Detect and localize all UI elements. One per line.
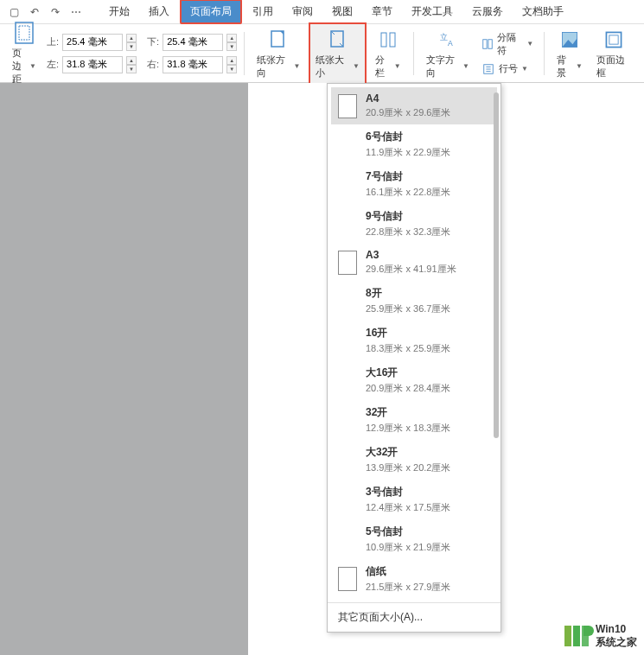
paper-name: 5号信封 bbox=[366, 525, 490, 539]
paper-dimensions: 25.9厘米 x 36.7厘米 bbox=[366, 302, 490, 315]
paper-size-item[interactable]: 8开25.9厘米 x 36.7厘米 bbox=[331, 281, 497, 321]
paper-info: 5号信封10.9厘米 x 21.9厘米 bbox=[366, 525, 490, 554]
spin-up-icon[interactable]: ▲ bbox=[126, 34, 137, 42]
menu-tab-9[interactable]: 文档助手 bbox=[513, 1, 572, 22]
separator-lineno-group: 分隔符▼ 行号▼ bbox=[478, 29, 537, 78]
paper-size-item[interactable]: 大32开13.9厘米 x 20.2厘米 bbox=[331, 440, 497, 480]
line-number-label: 行号 bbox=[499, 62, 518, 75]
page-border-button[interactable]: 页面边框 bbox=[591, 24, 637, 83]
paper-size-item[interactable]: A329.6厘米 x 41.91厘米 bbox=[331, 244, 497, 281]
paper-size-item[interactable]: 5号信封10.9厘米 x 21.9厘米 bbox=[331, 519, 497, 559]
svg-text:A: A bbox=[448, 38, 453, 47]
text-direction-button[interactable]: 立A 文字方向▼ bbox=[421, 24, 475, 83]
paper-size-item[interactable]: 16开18.3厘米 x 25.9厘米 bbox=[331, 321, 497, 360]
paper-name: 6号信封 bbox=[366, 130, 490, 144]
paper-dimensions: 12.9厘米 x 18.3厘米 bbox=[366, 422, 490, 435]
page-margin-group: 页边距▼ 上: ▲▼ 下: ▲▼ 左: ▲▼ 右: ▲▼ bbox=[7, 17, 237, 89]
svg-rect-4 bbox=[381, 33, 386, 47]
background-button[interactable]: 背景▼ bbox=[552, 24, 588, 83]
spin-down-icon[interactable]: ▼ bbox=[126, 42, 137, 51]
menu-tab-7[interactable]: 开发工具 bbox=[403, 1, 462, 22]
paper-size-label: 纸张大小 bbox=[316, 54, 350, 79]
paper-dimensions: 13.9厘米 x 20.2厘米 bbox=[366, 461, 490, 474]
margin-top-label: 上: bbox=[47, 35, 59, 48]
paper-size-dropdown: A420.9厘米 x 29.6厘米6号信封11.9厘米 x 22.9厘米7号信封… bbox=[327, 83, 501, 633]
background-label: 背景 bbox=[557, 54, 574, 79]
chevron-down-icon: ▼ bbox=[576, 62, 583, 70]
menu-tab-5[interactable]: 视图 bbox=[323, 1, 361, 22]
paper-icon bbox=[338, 527, 357, 551]
paper-icon bbox=[338, 448, 357, 472]
paper-name: 7号信封 bbox=[366, 169, 490, 184]
svg-rect-16 bbox=[609, 35, 618, 43]
columns-button[interactable]: 分栏▼ bbox=[370, 24, 406, 83]
paper-info: 6号信封11.9厘米 x 22.9厘米 bbox=[366, 130, 490, 159]
paper-size-item[interactable]: 信纸21.5厘米 x 27.9厘米 bbox=[331, 559, 497, 599]
separator bbox=[544, 32, 545, 75]
paper-icon bbox=[338, 132, 357, 156]
paper-name: 16开 bbox=[366, 326, 490, 340]
paper-size-item[interactable]: 9号信封22.8厘米 x 32.3厘米 bbox=[331, 204, 497, 244]
chevron-down-icon: ▼ bbox=[294, 62, 301, 70]
paper-icon bbox=[338, 328, 357, 353]
separator-button[interactable]: 分隔符▼ bbox=[478, 29, 537, 59]
orientation-icon bbox=[266, 28, 290, 52]
paper-size-icon bbox=[326, 28, 350, 52]
separator bbox=[244, 32, 245, 75]
paper-size-item[interactable]: 7号信封16.1厘米 x 22.8厘米 bbox=[331, 164, 497, 204]
spin-down-icon[interactable]: ▼ bbox=[226, 65, 237, 73]
paper-info: 信纸21.5厘米 x 27.9厘米 bbox=[366, 564, 490, 594]
paper-size-item[interactable]: 大16开20.9厘米 x 28.4厘米 bbox=[331, 360, 497, 400]
paper-dimensions: 29.6厘米 x 41.91厘米 bbox=[366, 263, 490, 276]
spin-up-icon[interactable]: ▲ bbox=[226, 34, 237, 42]
margin-bottom-input[interactable] bbox=[163, 34, 223, 51]
svg-rect-1 bbox=[19, 26, 29, 40]
page-border-icon bbox=[602, 28, 626, 52]
page-margin-button[interactable]: 页边距▼ bbox=[7, 17, 41, 89]
watermark: Win10 系统之家 bbox=[564, 623, 637, 648]
paper-info: 3号信封12.4厘米 x 17.5厘米 bbox=[366, 485, 490, 514]
watermark-line1: Win10 bbox=[596, 623, 637, 635]
spin-up-icon[interactable]: ▲ bbox=[226, 56, 237, 65]
paper-size-button[interactable]: 纸张大小▼ bbox=[309, 22, 366, 85]
menu-tab-3[interactable]: 引用 bbox=[244, 1, 282, 22]
spin-down-icon[interactable]: ▼ bbox=[226, 42, 237, 51]
chevron-down-icon: ▼ bbox=[29, 62, 36, 70]
line-number-button[interactable]: 行号▼ bbox=[478, 60, 537, 78]
paper-dimensions: 11.9厘米 x 22.9厘米 bbox=[366, 146, 490, 159]
menu-tab-8[interactable]: 云服务 bbox=[463, 1, 512, 22]
orientation-button[interactable]: 纸张方向▼ bbox=[252, 24, 305, 83]
menu-tab-6[interactable]: 章节 bbox=[363, 1, 401, 22]
paper-name: 大16开 bbox=[366, 366, 490, 380]
svg-rect-8 bbox=[483, 39, 487, 48]
menu-tab-4[interactable]: 审阅 bbox=[284, 1, 322, 22]
svg-rect-2 bbox=[271, 31, 284, 47]
page-margin-label: 页边距 bbox=[12, 47, 28, 86]
margin-top-input[interactable] bbox=[62, 34, 123, 51]
margin-left-input[interactable] bbox=[62, 56, 123, 73]
ribbon-toolbar: 页边距▼ 上: ▲▼ 下: ▲▼ 左: ▲▼ 右: ▲▼ bbox=[0, 24, 644, 83]
paper-size-item[interactable]: A420.9厘米 x 29.6厘米 bbox=[331, 87, 497, 124]
paper-info: 8开25.9厘米 x 36.7厘米 bbox=[366, 286, 490, 315]
paper-name: 信纸 bbox=[366, 564, 490, 579]
text-direction-label: 文字方向 bbox=[426, 54, 461, 79]
paper-size-item[interactable]: 6号信封11.9厘米 x 22.9厘米 bbox=[331, 124, 497, 164]
paper-dimensions: 20.9厘米 x 28.4厘米 bbox=[366, 382, 490, 395]
paper-icon bbox=[338, 408, 357, 432]
scrollbar[interactable] bbox=[494, 92, 499, 438]
spin-down-icon[interactable]: ▼ bbox=[126, 65, 137, 73]
margin-values: 上: ▲▼ 下: ▲▼ 左: ▲▼ 右: ▲▼ bbox=[47, 34, 237, 73]
paper-size-item[interactable]: 3号信封12.4厘米 x 17.5厘米 bbox=[331, 480, 497, 519]
other-page-sizes-button[interactable]: 其它页面大小(A)... bbox=[328, 602, 501, 632]
columns-label: 分栏 bbox=[375, 54, 392, 79]
paper-icon bbox=[338, 567, 357, 591]
margin-right-input[interactable] bbox=[163, 56, 223, 73]
document-area bbox=[0, 83, 644, 655]
page-margin-icon bbox=[12, 21, 36, 45]
separator-label: 分隔符 bbox=[497, 31, 523, 57]
paper-name: A3 bbox=[366, 249, 490, 261]
spin-up-icon[interactable]: ▲ bbox=[126, 56, 137, 65]
paper-size-item[interactable]: 32开12.9厘米 x 18.3厘米 bbox=[331, 400, 497, 440]
paper-dimensions: 18.3厘米 x 25.9厘米 bbox=[366, 342, 490, 355]
margin-bottom-label: 下: bbox=[147, 35, 159, 48]
